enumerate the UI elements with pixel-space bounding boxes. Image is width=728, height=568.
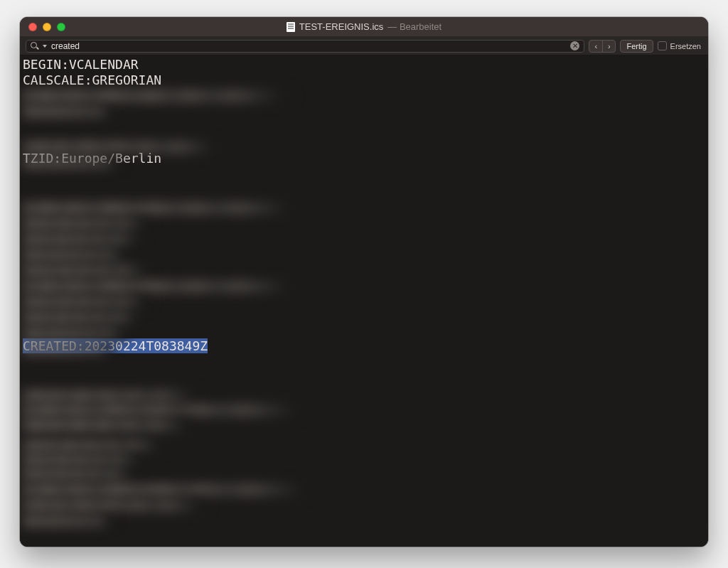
- redacted-text: [23, 105, 115, 118]
- redacted-text: [23, 343, 115, 355]
- find-bar: ✕ ‹ › Fertig Ersetzen: [20, 37, 708, 55]
- text-line[interactable]: CALSCALE:GREGORIAN: [23, 73, 708, 88]
- search-icon: [31, 42, 38, 50]
- window-title: TEST-EREIGNIS.ics — Bearbeitet: [20, 21, 708, 32]
- chevron-right-icon: ›: [608, 42, 611, 50]
- find-prev-button[interactable]: ‹: [589, 41, 602, 52]
- redacted-text: [23, 280, 300, 293]
- redacted-text: [23, 202, 300, 215]
- find-nav-segment: ‹ ›: [589, 40, 616, 53]
- redacted-text: [23, 390, 200, 402]
- redacted-text: [23, 249, 129, 262]
- minimize-window-button[interactable]: [43, 23, 51, 31]
- redacted-text: [23, 515, 115, 527]
- redacted-text: [23, 311, 144, 324]
- text-line[interactable]: BEGIN:VCALENDAR: [23, 57, 708, 73]
- replace-checkbox[interactable]: [658, 41, 667, 50]
- title-bar: TEST-EREIGNIS.ics — Bearbeitet: [20, 17, 708, 37]
- replace-label: Ersetzen: [670, 42, 701, 50]
- document-icon: [287, 22, 295, 32]
- window-title-edited: — Bearbeitet: [387, 21, 441, 32]
- redacted-text: [23, 439, 165, 452]
- close-window-button[interactable]: [28, 23, 37, 31]
- redacted-text: [23, 141, 222, 154]
- redacted-text: [23, 264, 151, 277]
- redacted-text: [23, 404, 307, 417]
- traffic-lights: [20, 23, 65, 31]
- redacted-text: [23, 418, 193, 432]
- window-title-filename: TEST-EREIGNIS.ics: [299, 21, 383, 32]
- redacted-text: [23, 483, 314, 496]
- clear-search-button[interactable]: ✕: [570, 41, 579, 50]
- search-field[interactable]: ✕: [26, 40, 584, 53]
- app-window: TEST-EREIGNIS.ics — Bearbeitet ✕ ‹ › Fer: [20, 17, 708, 547]
- redacted-text: [23, 499, 208, 512]
- find-next-button[interactable]: ›: [602, 41, 615, 52]
- text-line-highlighted[interactable]: CREATED:20230224T083849Z: [23, 338, 708, 354]
- redacted-text: [23, 90, 293, 102]
- chevron-left-icon: ‹: [595, 42, 598, 50]
- redacted-text: [23, 156, 122, 169]
- text-editor-area[interactable]: BEGIN:VCALENDAR CALSCALE:GREGORIAN TZID:…: [20, 55, 708, 547]
- redacted-text: [23, 468, 136, 481]
- done-button[interactable]: Fertig: [620, 40, 653, 53]
- search-input[interactable]: [51, 41, 566, 51]
- search-options-chevron-icon[interactable]: [43, 45, 47, 48]
- redacted-text: [23, 296, 151, 309]
- redacted-text: [23, 218, 151, 230]
- redacted-text: [23, 233, 144, 246]
- done-button-label: Fertig: [626, 42, 646, 50]
- replace-toggle[interactable]: Ersetzen: [658, 41, 704, 50]
- redacted-text: [23, 327, 129, 340]
- zoom-window-button[interactable]: [57, 23, 65, 31]
- redacted-text: [23, 454, 144, 466]
